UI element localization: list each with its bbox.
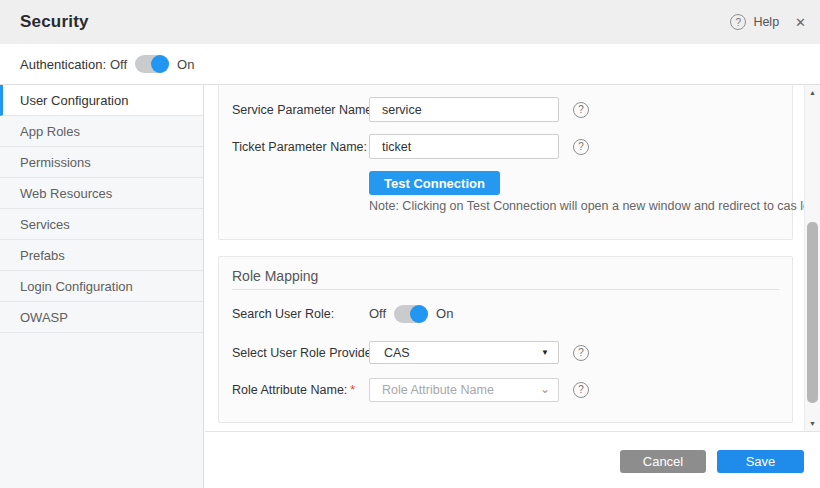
ticket-parameter-row: Ticket Parameter Name:* ?: [232, 134, 779, 159]
role-mapping-divider: [232, 289, 779, 290]
help-icon[interactable]: ?: [573, 139, 589, 155]
scroll-down-icon[interactable]: ▼: [805, 420, 820, 427]
search-user-role-off-label: Off: [369, 306, 386, 321]
help-icon[interactable]: ?: [730, 14, 746, 30]
role-attribute-input[interactable]: [369, 378, 559, 402]
authentication-switch-group: Off On: [110, 55, 194, 73]
required-mark: *: [350, 383, 355, 397]
search-user-role-label: Search User Role:: [232, 307, 369, 321]
user-configuration-content: Service Parameter Name:* ? Ticket Parame…: [205, 85, 820, 488]
toggle-knob: [151, 55, 169, 73]
header-actions: ? Help ✕: [730, 14, 806, 30]
help-icon[interactable]: ?: [573, 382, 589, 398]
user-role-provider-value: CAS: [384, 346, 410, 360]
search-user-role-toggle[interactable]: [394, 305, 428, 323]
role-attribute-label: Role Attribute Name:*: [232, 383, 369, 397]
role-attribute-row: Role Attribute Name:* ⌄ ?: [232, 377, 779, 402]
sidebar-item-services[interactable]: Services: [0, 209, 203, 240]
sidebar-item-permissions[interactable]: Permissions: [0, 147, 203, 178]
search-user-role-on-label: On: [436, 306, 453, 321]
sidebar-item-login-configuration[interactable]: Login Configuration: [0, 271, 203, 302]
dialog-header: Security ? Help ✕: [0, 0, 820, 44]
authentication-off-label: Off: [110, 57, 127, 72]
sidebar-item-owasp[interactable]: OWASP: [0, 302, 203, 333]
service-parameter-row: Service Parameter Name:* ?: [232, 97, 779, 122]
toggle-knob: [410, 305, 428, 323]
search-user-role-switch-group: Off On: [369, 305, 453, 323]
save-button[interactable]: Save: [717, 450, 804, 473]
role-mapping-title: Role Mapping: [232, 268, 318, 284]
authentication-on-label: On: [177, 57, 194, 72]
help-link[interactable]: Help: [753, 15, 779, 29]
page-title: Security: [20, 12, 89, 32]
help-icon[interactable]: ?: [573, 345, 589, 361]
service-parameter-label: Service Parameter Name:*: [232, 103, 369, 117]
sidebar-item-user-configuration[interactable]: User Configuration: [0, 85, 203, 116]
authentication-label: Authentication:: [20, 57, 110, 72]
ticket-parameter-label: Ticket Parameter Name:*: [232, 140, 369, 154]
authentication-row: Authentication: Off On: [0, 44, 820, 85]
user-role-provider-row: Select User Role Provider: CAS ▼ ?: [232, 340, 779, 365]
sidebar-item-web-resources[interactable]: Web Resources: [0, 178, 203, 209]
chevron-down-icon: ▼: [541, 348, 549, 357]
role-mapping-panel: Role Mapping Search User Role: Off On Se…: [218, 256, 793, 423]
ticket-parameter-input[interactable]: [369, 134, 559, 159]
help-icon[interactable]: ?: [573, 102, 589, 118]
sidebar-item-prefabs[interactable]: Prefabs: [0, 240, 203, 271]
vertical-scrollbar[interactable]: ▲ ▼: [804, 85, 820, 431]
user-role-provider-label: Select User Role Provider:: [232, 346, 369, 360]
authentication-toggle[interactable]: [135, 55, 169, 73]
test-connection-note: Note: Clicking on Test Connection will o…: [369, 199, 820, 213]
service-parameter-input[interactable]: [369, 97, 559, 122]
role-attribute-combobox: ⌄: [369, 378, 559, 402]
cancel-button[interactable]: Cancel: [620, 450, 706, 473]
test-connection-button[interactable]: Test Connection: [369, 171, 500, 195]
scrollbar-thumb[interactable]: [807, 222, 818, 403]
sidebar-item-app-roles[interactable]: App Roles: [0, 116, 203, 147]
cas-parameters-panel: Service Parameter Name:* ? Ticket Parame…: [218, 85, 793, 240]
close-icon[interactable]: ✕: [795, 15, 806, 30]
security-sidebar: User Configuration App Roles Permissions…: [0, 85, 204, 488]
search-user-role-row: Search User Role: Off On: [232, 301, 779, 326]
scroll-up-icon[interactable]: ▲: [805, 89, 820, 96]
dialog-footer: Cancel Save: [205, 431, 820, 488]
user-role-provider-select[interactable]: CAS ▼: [369, 341, 559, 364]
